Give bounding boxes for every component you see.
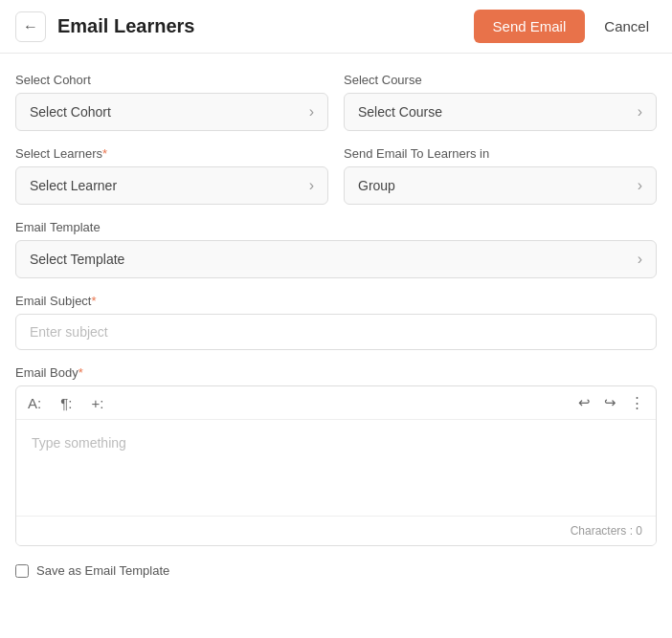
email-template-dropdown-value: Select Template xyxy=(30,252,124,267)
send-to-dropdown[interactable]: Group › xyxy=(344,166,657,205)
cohort-dropdown[interactable]: Select Cohort › xyxy=(15,93,328,131)
toolbar-right xyxy=(578,394,644,411)
save-template-checkbox[interactable] xyxy=(15,564,29,578)
cohort-dropdown-value: Select Cohort xyxy=(30,104,111,120)
email-body-field: Email Body* A: ¶: +: Type something Char… xyxy=(15,365,657,546)
send-to-chevron-icon: › xyxy=(638,177,642,194)
save-template-label[interactable]: Save as Email Template xyxy=(36,563,169,578)
cancel-button[interactable]: Cancel xyxy=(596,10,657,43)
cohort-chevron-icon: › xyxy=(309,103,314,121)
insert-icon[interactable]: +: xyxy=(91,395,103,411)
learners-label: Select Learners* xyxy=(15,146,328,161)
paragraph-icon[interactable]: ¶: xyxy=(60,395,72,411)
course-chevron-icon: › xyxy=(638,103,642,121)
email-template-dropdown[interactable]: Select Template › xyxy=(15,240,657,278)
form-content: Select Cohort Select Cohort › Select Cou… xyxy=(0,54,672,597)
email-body-input[interactable]: Type something xyxy=(16,420,656,516)
email-template-field: Email Template Select Template › xyxy=(15,220,657,278)
email-template-chevron-icon: › xyxy=(638,251,642,268)
cohort-course-row: Select Cohort Select Cohort › Select Cou… xyxy=(15,73,657,131)
cohort-label: Select Cohort xyxy=(15,73,328,87)
course-col: Select Course Select Course › xyxy=(344,73,657,131)
send-to-dropdown-value: Group xyxy=(358,178,395,193)
course-dropdown[interactable]: Select Course › xyxy=(344,93,657,131)
send-email-button[interactable]: Send Email xyxy=(474,10,586,43)
email-body-editor: A: ¶: +: Type something Characters : 0 xyxy=(15,385,657,546)
learners-col: Select Learners* Select Learner › xyxy=(15,146,328,205)
save-template-row: Save as Email Template xyxy=(15,563,657,578)
back-icon: ← xyxy=(23,18,38,35)
undo-icon[interactable] xyxy=(578,394,591,411)
page-header: ← Email Learners Send Email Cancel xyxy=(0,0,672,54)
more-options-icon[interactable] xyxy=(630,394,644,411)
learners-dropdown-value: Select Learner xyxy=(30,178,117,193)
email-subject-label: Email Subject* xyxy=(15,294,657,308)
back-button[interactable]: ← xyxy=(15,11,46,42)
editor-toolbar: A: ¶: +: xyxy=(16,386,656,420)
course-dropdown-value: Select Course xyxy=(358,104,442,120)
redo-icon[interactable] xyxy=(604,394,616,411)
page-title: Email Learners xyxy=(57,15,462,37)
course-label: Select Course xyxy=(344,73,657,87)
email-subject-input[interactable] xyxy=(15,314,657,350)
learners-chevron-icon: › xyxy=(309,177,314,194)
learners-group-row: Select Learners* Select Learner › Send E… xyxy=(15,146,657,205)
character-count: Characters : 0 xyxy=(16,516,656,545)
cohort-col: Select Cohort Select Cohort › xyxy=(15,73,328,131)
email-body-label: Email Body* xyxy=(15,365,657,380)
learners-dropdown[interactable]: Select Learner › xyxy=(15,166,328,205)
email-subject-field: Email Subject* xyxy=(15,294,657,350)
send-to-label: Send Email To Learners in xyxy=(344,146,657,161)
font-size-icon[interactable]: A: xyxy=(28,395,41,411)
editor-placeholder: Type something xyxy=(32,435,126,451)
email-template-label: Email Template xyxy=(15,220,657,234)
send-to-col: Send Email To Learners in Group › xyxy=(344,146,657,205)
